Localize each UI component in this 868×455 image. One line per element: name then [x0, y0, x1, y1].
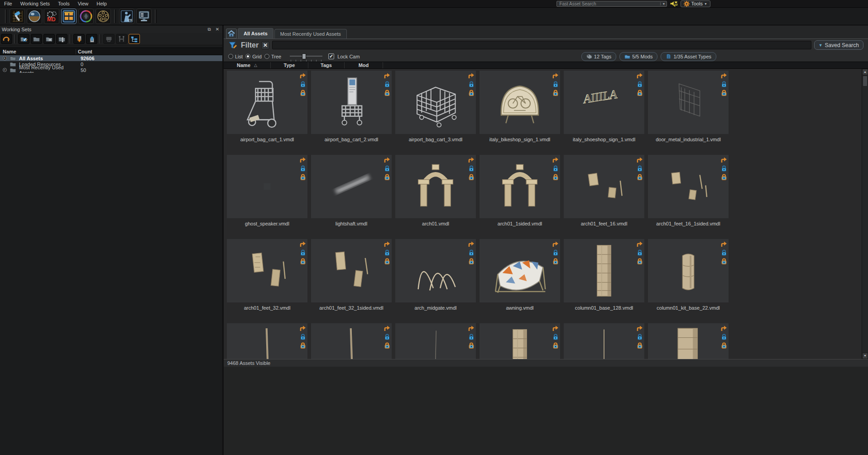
scroll-up-icon[interactable]: ▲: [862, 69, 868, 75]
folder-rename-button[interactable]: [56, 34, 67, 44]
dock-a-button[interactable]: [103, 34, 115, 44]
12-tags-button[interactable]: 12 Tags: [581, 52, 616, 61]
filter-funnel-button[interactable]: [227, 40, 238, 50]
asset-thumbnail[interactable]: [564, 323, 644, 359]
refresh-button[interactable]: [1, 34, 12, 44]
jump-arrow-icon[interactable]: [552, 325, 559, 331]
jump-arrow-icon[interactable]: [300, 241, 306, 247]
asset-cell-arch01-feet-32-vmdl[interactable]: arch01_feet_32.vmdl: [227, 239, 307, 320]
lock-blue-icon[interactable]: [721, 249, 727, 256]
hammer-tool-button[interactable]: [10, 9, 25, 24]
menu-help[interactable]: Help: [92, 0, 111, 7]
lock-blue-icon[interactable]: [637, 81, 643, 87]
asset-thumbnail[interactable]: [564, 71, 644, 134]
asset-thumbnail[interactable]: [648, 239, 729, 302]
aperture-tool-button[interactable]: [78, 9, 94, 24]
export-up-button[interactable]: [86, 34, 97, 44]
jump-arrow-icon[interactable]: [552, 72, 559, 79]
jump-arrow-icon[interactable]: [300, 72, 306, 79]
lock-blue-icon[interactable]: [721, 334, 727, 340]
jump-arrow-icon[interactable]: [552, 157, 559, 163]
asset-cell-airport-bag-cart-1-vmdl[interactable]: airport_bag_cart_1.vmdl: [227, 71, 307, 151]
fast-asset-search-combo[interactable]: Fast Asset Search ▼: [556, 1, 667, 7]
tree-view-button[interactable]: [129, 34, 140, 44]
jump-arrow-icon[interactable]: [384, 241, 390, 247]
lock-blue-icon[interactable]: [637, 334, 643, 340]
asset-thumbnail[interactable]: [648, 155, 729, 218]
lock-orange-icon[interactable]: [637, 258, 643, 264]
lock-orange-icon[interactable]: [384, 342, 390, 349]
asset-thumbnail[interactable]: [480, 155, 560, 218]
folder-x-button[interactable]: [43, 34, 55, 44]
grid-column-tags[interactable]: Tags: [308, 62, 345, 68]
home-button[interactable]: [226, 29, 237, 38]
1-35-asset-types-button[interactable]: 1/35 Asset Types: [661, 52, 716, 61]
asset-cell-airport-bag-cart-2-vmdl[interactable]: airport_bag_cart_2.vmdl: [311, 71, 392, 151]
lock-blue-icon[interactable]: [637, 165, 643, 172]
lock-orange-icon[interactable]: [300, 174, 306, 180]
lock-orange-icon[interactable]: [384, 258, 390, 264]
jump-arrow-icon[interactable]: [721, 72, 727, 79]
lock-blue-icon[interactable]: [300, 165, 306, 172]
lock-orange-icon[interactable]: [721, 90, 727, 96]
asset-cell-arch01-feet-16-1sided-vmdl[interactable]: arch01_feet_16_1sided.vmdl: [648, 155, 729, 235]
slider-handle[interactable]: [302, 53, 306, 59]
lock-blue-icon[interactable]: [300, 334, 306, 340]
lock-blue-icon[interactable]: [384, 165, 390, 172]
lock-blue-icon[interactable]: [552, 249, 559, 256]
cs-tool-button[interactable]: [119, 9, 134, 24]
asset-cell-door-metal-industrial-1-vmdl[interactable]: door_metal_industrial_1.vmdl: [648, 71, 729, 151]
menu-view[interactable]: View: [74, 0, 93, 7]
combo-dropdown-arrow-icon[interactable]: ▼: [660, 2, 667, 5]
lock-orange-icon[interactable]: [721, 342, 727, 349]
lock-orange-icon[interactable]: [300, 342, 306, 349]
asset-cell-ghost-speaker-vmdl[interactable]: ghost_speaker.vmdl: [227, 155, 307, 235]
lock-blue-icon[interactable]: [721, 81, 727, 87]
asset-thumbnail[interactable]: [480, 239, 560, 302]
asset-thumbnail[interactable]: [395, 323, 476, 359]
monitor-tool-button[interactable]: [136, 9, 152, 24]
tab-most-recently-used-assets[interactable]: Most Recently Used Assets: [274, 29, 347, 38]
material-editor-button[interactable]: [27, 9, 42, 24]
film-reel-tool-button[interactable]: [96, 9, 111, 24]
asset-thumbnail[interactable]: [227, 71, 307, 134]
jump-arrow-icon[interactable]: [384, 157, 390, 163]
asset-thumbnail[interactable]: [648, 71, 729, 134]
lock-blue-icon[interactable]: [552, 81, 559, 87]
expander-icon[interactable]: +: [3, 68, 7, 72]
jump-arrow-icon[interactable]: [384, 72, 390, 79]
jump-arrow-icon[interactable]: [468, 72, 475, 79]
lock-blue-icon[interactable]: [384, 334, 390, 340]
jump-arrow-icon[interactable]: [637, 241, 643, 247]
asset-cell[interactable]: [648, 323, 729, 359]
asset-thumbnail[interactable]: [480, 71, 560, 134]
working-set-row-all-assets[interactable]: + All Assets 92606: [0, 55, 222, 61]
mute-speaker-icon[interactable]: [670, 0, 678, 7]
lock-orange-icon[interactable]: [552, 258, 559, 264]
dock-b-button[interactable]: [116, 34, 127, 44]
lock-blue-icon[interactable]: [637, 249, 643, 256]
lock-orange-icon[interactable]: [468, 342, 475, 349]
lock-orange-icon[interactable]: [721, 174, 727, 180]
jump-arrow-icon[interactable]: [468, 241, 475, 247]
scrollbar-track[interactable]: [862, 87, 868, 353]
asset-browser-button[interactable]: [61, 9, 77, 24]
scrollbar-thumb[interactable]: [863, 76, 868, 86]
lock-blue-icon[interactable]: [552, 165, 559, 172]
asset-thumbnail[interactable]: [227, 323, 307, 359]
grid-column-mod[interactable]: Mod: [345, 62, 383, 68]
lock-orange-icon[interactable]: [637, 342, 643, 349]
folder-button[interactable]: [31, 34, 42, 44]
view-mode-tree[interactable]: Tree: [264, 54, 281, 59]
lock-blue-icon[interactable]: [468, 249, 475, 256]
menu-file[interactable]: File: [0, 0, 16, 7]
asset-thumbnail[interactable]: [395, 155, 476, 218]
asset-cell[interactable]: [480, 323, 560, 359]
jump-arrow-icon[interactable]: [637, 72, 643, 79]
grid-column-type[interactable]: Type: [271, 62, 308, 68]
grid-column-name[interactable]: Name△: [224, 62, 271, 68]
lock-orange-icon[interactable]: [384, 90, 390, 96]
lock-orange-icon[interactable]: [384, 174, 390, 180]
column-header-count[interactable]: Count: [76, 49, 92, 54]
menu-tools[interactable]: Tools: [54, 0, 74, 7]
